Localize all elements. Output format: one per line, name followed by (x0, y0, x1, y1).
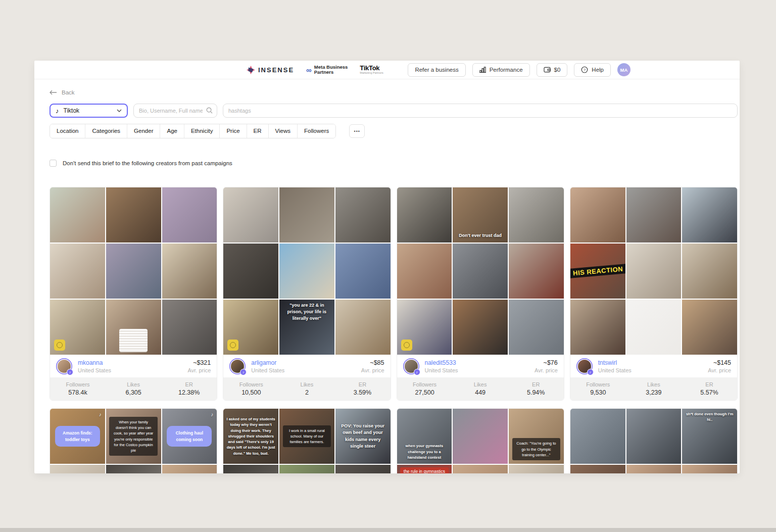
creator-avatar[interactable]: ♪ (229, 358, 246, 374)
video-thumbnail[interactable] (397, 187, 452, 243)
video-thumbnail[interactable]: Clothing haul coming soon♪ (162, 409, 217, 464)
hashtags-input[interactable] (223, 104, 738, 118)
video-thumbnail[interactable]: I work in a small rural school. Many of … (279, 409, 334, 464)
filter-location[interactable]: Location (50, 124, 85, 138)
filter-views[interactable]: Views (269, 124, 298, 138)
video-thumbnail[interactable] (279, 244, 334, 299)
creator-avatar[interactable]: ♪ (56, 358, 72, 374)
video-thumbnail[interactable]: "you are 22 & in prison, your life is li… (279, 300, 334, 355)
video-thumbnail[interactable] (223, 244, 278, 299)
video-thumbnail[interactable] (223, 187, 278, 243)
video-thumbnail[interactable] (453, 465, 508, 473)
video-thumbnail[interactable] (106, 465, 161, 473)
video-thumbnail[interactable] (50, 465, 105, 473)
exclude-creators-checkbox[interactable] (50, 160, 57, 167)
video-thumbnail[interactable]: Coach: "You're going to go to the Olympi… (509, 409, 564, 464)
platform-select[interactable]: ♪ Tiktok (50, 104, 128, 118)
video-thumbnail[interactable] (50, 300, 105, 355)
video-thumbnail[interactable] (570, 187, 625, 243)
video-thumbnail[interactable] (162, 187, 217, 243)
video-thumbnail[interactable]: When your family doesn't think you can c… (106, 409, 161, 464)
filter-ethnicity[interactable]: Ethnicity (184, 124, 220, 138)
video-thumbnail[interactable] (279, 465, 334, 473)
video-thumbnail[interactable] (570, 300, 625, 355)
creator-username[interactable]: naledit5533 (425, 359, 529, 366)
video-thumbnail[interactable] (162, 300, 217, 355)
creator-username[interactable]: tntswirl (598, 359, 703, 366)
video-thumbnail[interactable] (50, 187, 105, 243)
filter-price[interactable]: Price (220, 124, 247, 138)
video-thumbnail[interactable] (453, 244, 508, 299)
video-thumbnail[interactable] (509, 244, 564, 299)
creator-stats: Followers27,500 Likes449 ER5.94% (397, 377, 564, 400)
video-thumbnail[interactable] (509, 187, 564, 243)
video-thumbnail[interactable]: sh*t done even though I'm hi.. (682, 409, 737, 464)
video-thumbnail[interactable] (570, 409, 625, 464)
video-thumbnail[interactable] (106, 187, 161, 243)
video-thumbnail[interactable] (106, 300, 161, 355)
video-thumbnail[interactable]: POV: You raise your own beef and your ki… (335, 409, 391, 464)
performance-button[interactable]: Performance (472, 63, 530, 77)
filter-age[interactable]: Age (160, 124, 184, 138)
creator-username[interactable]: arligamor (251, 359, 356, 366)
video-thumbnail[interactable] (279, 187, 334, 243)
video-thumbnail[interactable] (223, 465, 278, 473)
video-thumbnail[interactable] (626, 300, 682, 355)
user-avatar[interactable]: MA (617, 63, 630, 76)
video-thumbnail[interactable] (509, 465, 564, 473)
video-thumbnail[interactable] (162, 244, 217, 299)
video-thumbnail[interactable]: when your gymnasts challenge you to a ha… (397, 409, 452, 464)
filter-categories[interactable]: Categories (85, 124, 127, 138)
video-thumbnail[interactable] (509, 300, 564, 355)
filter-gender[interactable]: Gender (127, 124, 160, 138)
video-thumbnail[interactable] (397, 300, 452, 355)
bio-username-search-input[interactable] (133, 104, 217, 118)
filter-followers[interactable]: Followers (298, 124, 335, 138)
video-thumbnail[interactable] (682, 465, 737, 473)
creator-avatar[interactable]: ♪ (576, 358, 593, 374)
video-thumbnail[interactable] (626, 187, 682, 243)
filter-chip-group: Location Categories Gender Age Ethnicity… (50, 124, 336, 138)
more-filters-button[interactable]: ••• (349, 124, 365, 138)
video-thumbnail[interactable]: HIS REACTION (570, 244, 625, 299)
video-thumbnail[interactable] (682, 187, 737, 243)
video-thumbnail[interactable] (626, 409, 682, 464)
thumbnail-caption: Don't ever trust dad (455, 232, 505, 239)
video-thumbnail[interactable]: I asked one of my students today why the… (223, 409, 278, 464)
video-thumbnail[interactable]: Amazon finds: toddler toys♪ (50, 409, 105, 464)
video-thumbnail[interactable] (453, 300, 508, 355)
video-thumbnail[interactable] (335, 300, 391, 355)
tiktok-icon: ♪ (56, 108, 59, 114)
video-thumbnail[interactable] (106, 244, 161, 299)
video-thumbnail[interactable] (223, 300, 278, 355)
video-thumbnail[interactable]: Don't ever trust dad (453, 187, 508, 243)
likes-label: Likes (626, 381, 682, 388)
help-button[interactable]: ? Help (574, 63, 611, 77)
video-thumbnail[interactable] (335, 187, 391, 243)
creator-price: ~$85 (361, 359, 384, 366)
filter-er[interactable]: ER (247, 124, 269, 138)
tiktok-badge-icon: ♪ (67, 369, 73, 375)
balance-button[interactable]: $0 (537, 63, 568, 77)
video-thumbnail[interactable] (626, 465, 682, 473)
video-thumbnail[interactable] (162, 465, 217, 473)
video-thumbnail[interactable]: the rule in gymnastics (397, 465, 452, 473)
video-thumbnail[interactable] (682, 244, 737, 299)
video-thumbnail[interactable] (626, 244, 682, 299)
creator-avatar[interactable]: ♪ (403, 358, 419, 374)
video-thumbnail[interactable] (453, 409, 508, 464)
video-thumbnail[interactable] (335, 244, 391, 299)
tiktok-partner-sub: Marketing Partners (360, 72, 383, 75)
back-button[interactable]: Back (50, 89, 80, 95)
refer-a-business-button[interactable]: Refer a business (408, 63, 465, 77)
video-thumbnail[interactable] (397, 244, 452, 299)
video-thumbnail[interactable] (570, 465, 625, 473)
brand-badge-icon (227, 340, 238, 351)
video-thumbnail[interactable] (682, 300, 737, 355)
exclude-creators-label[interactable]: Don't send this brief to the following c… (63, 160, 232, 166)
video-thumbnail[interactable] (335, 465, 391, 473)
desktop-background: INSENSE ∞ Meta Business Partners TikTok … (0, 0, 776, 532)
creator-thumbnails-grid: I asked one of my students today why the… (223, 409, 390, 473)
creator-username[interactable]: mkoanna (78, 359, 182, 366)
video-thumbnail[interactable] (50, 244, 105, 299)
